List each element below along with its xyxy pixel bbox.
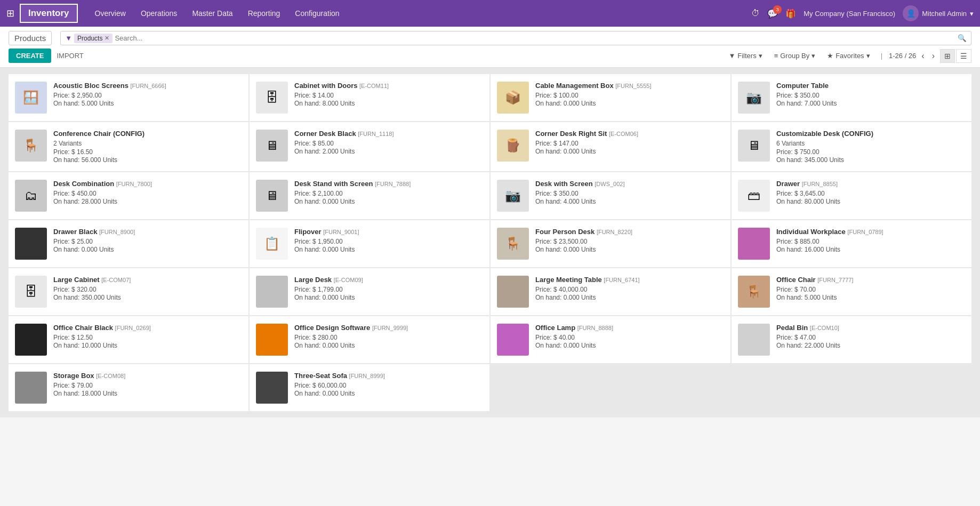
create-button[interactable]: CREATE (9, 49, 51, 63)
product-card[interactable]: Office Lamp [FURN_8888]Price: $ 40.00On … (491, 316, 730, 363)
product-name: Corner Desk Black [FURN_1118] (294, 130, 483, 139)
product-info: Large Desk [E-COM09]Price: $ 1,799.00On … (294, 276, 483, 308)
product-info: Storage Box [E-COM08]Price: $ 79.00On ha… (53, 372, 242, 404)
product-card[interactable]: 📷Desk with Screen [DWS_002]Price: $ 350.… (491, 172, 730, 219)
product-card[interactable]: 🗄Cabinet with Doors [E-COM11]Price: $ 14… (250, 74, 489, 121)
product-price: Price: $ 147.00 (535, 140, 724, 147)
controls-row2: CREATE IMPORT ▼ Filters ▾ ≡ Group By ▾ ★… (9, 49, 971, 67)
product-name: Large Cabinet [E-COM07] (53, 276, 242, 285)
product-card[interactable]: Office Design Software [FURN_9999]Price:… (250, 316, 489, 363)
product-card[interactable]: 🖥Corner Desk Black [FURN_1118]Price: $ 8… (250, 122, 489, 171)
clock-icon[interactable]: ⏱ (751, 9, 760, 18)
prev-page-button[interactable]: ‹ (919, 51, 926, 61)
product-card[interactable]: 🖥Desk Stand with Screen [FURN_7888]Price… (250, 172, 489, 219)
product-name: Conference Chair (CONFIG) (53, 130, 242, 139)
product-card[interactable]: Office Chair Black [FURN_0269]Price: $ 1… (9, 316, 248, 363)
product-name: Computer Table (776, 82, 965, 91)
product-info: Large Meeting Table [FURN_6741]Price: $ … (535, 276, 724, 308)
product-card[interactable]: 📦Cable Management Box [FURN_5555]Price: … (491, 74, 730, 121)
gift-icon[interactable]: 🎁 (785, 9, 796, 19)
product-thumbnail: 🖥 (256, 130, 288, 162)
group-by-button[interactable]: ≡ Group By ▾ (770, 50, 820, 62)
product-card[interactable]: 🪟Acoustic Bloc Screens [FURN_6666]Price:… (9, 74, 248, 121)
product-card[interactable]: 📋Flipover [FURN_9001]Price: $ 1,950.00On… (250, 220, 489, 267)
product-name: Customizable Desk (CONFIG) (776, 130, 965, 139)
product-card[interactable]: 🖥Customizable Desk (CONFIG)6 VariantsPri… (732, 122, 971, 171)
product-stock: On hand: 16.000 Units (776, 246, 965, 253)
favorites-label: Favorites (836, 52, 864, 60)
main-menu: Overview Operations Master Data Reportin… (89, 6, 752, 21)
product-stock: On hand: 80.000 Units (776, 198, 965, 205)
product-info: Large Cabinet [E-COM07]Price: $ 320.00On… (53, 276, 242, 308)
search-input[interactable] (113, 33, 958, 43)
product-thumbnail (497, 324, 529, 356)
company-selector[interactable]: My Company (San Francisco) (804, 10, 895, 18)
product-stock: On hand: 28.000 Units (53, 198, 242, 205)
product-card[interactable]: 🪑Conference Chair (CONFIG)2 VariantsPric… (9, 122, 248, 171)
product-info: Cable Management Box [FURN_5555]Price: $… (535, 82, 724, 114)
messages-icon-wrap[interactable]: 💬 3 (767, 9, 778, 19)
import-button[interactable]: IMPORT (51, 49, 89, 63)
product-variants: 6 Variants (776, 140, 965, 147)
product-thumbnail (256, 276, 288, 308)
product-card[interactable]: 🗄Large Cabinet [E-COM07]Price: $ 320.00O… (9, 268, 248, 315)
search-tag-products[interactable]: Products ✕ (74, 34, 113, 43)
search-submit-button[interactable]: 🔍 (958, 34, 967, 42)
filters-button[interactable]: ▼ Filters ▾ (724, 50, 766, 62)
product-name: Drawer [FURN_8855] (776, 180, 965, 189)
product-thumbnail: 🪵 (497, 130, 529, 162)
user-menu[interactable]: 👤 Mitchell Admin ▾ (903, 5, 974, 21)
product-stock: On hand: 5.000 Units (53, 100, 242, 107)
list-view-button[interactable]: ☰ (956, 49, 971, 63)
nav-overview[interactable]: Overview (89, 6, 132, 21)
product-card[interactable]: 🗃Drawer [FURN_8855]Price: $ 3,645.00On h… (732, 172, 971, 219)
product-card[interactable]: Pedal Bin [E-COM10]Price: $ 47.00On hand… (732, 316, 971, 363)
product-stock: On hand: 0.000 Units (294, 390, 483, 397)
nav-master-data[interactable]: Master Data (186, 6, 239, 21)
product-name: Desk Stand with Screen [FURN_7888] (294, 180, 483, 189)
product-thumbnail: 📷 (738, 82, 770, 114)
product-info: Desk Stand with Screen [FURN_7888]Price:… (294, 180, 483, 212)
product-price: Price: $ 750.00 (776, 148, 965, 156)
product-info: Flipover [FURN_9001]Price: $ 1,950.00On … (294, 228, 483, 260)
product-price: Price: $ 40.00 (535, 334, 724, 341)
product-card[interactable]: Storage Box [E-COM08]Price: $ 79.00On ha… (9, 364, 248, 411)
product-stock: On hand: 0.000 Units (294, 246, 483, 253)
product-price: Price: $ 47.00 (776, 334, 965, 341)
next-page-button[interactable]: › (930, 51, 937, 61)
nav-reporting[interactable]: Reporting (242, 6, 287, 21)
product-info: Office Chair [FURN_7777]Price: $ 70.00On… (776, 276, 965, 308)
favorites-button[interactable]: ★ Favorites ▾ (823, 50, 874, 62)
app-title[interactable]: Inventory (20, 4, 78, 23)
search-tag-remove[interactable]: ✕ (105, 35, 109, 42)
product-stock: On hand: 0.000 Units (294, 294, 483, 301)
star-icon: ★ (827, 52, 833, 60)
product-thumbnail: 📷 (497, 180, 529, 212)
product-info: Individual Workplace [FURN_0789]Price: $… (776, 228, 965, 260)
product-card[interactable]: 🗂Desk Combination [FURN_7800]Price: $ 45… (9, 172, 248, 219)
product-info: Corner Desk Black [FURN_1118]Price: $ 85… (294, 130, 483, 164)
product-thumbnail: 📋 (256, 228, 288, 260)
product-card[interactable]: 🪵Corner Desk Right Sit [E-COM06]Price: $… (491, 122, 730, 171)
nav-operations[interactable]: Operations (134, 6, 183, 21)
product-card[interactable]: 📷Computer TablePrice: $ 350.00On hand: 7… (732, 74, 971, 121)
nav-configuration[interactable]: Configuration (288, 6, 346, 21)
product-card[interactable]: 🪑Office Chair [FURN_7777]Price: $ 70.00O… (732, 268, 971, 315)
controls-area: Products ▼ Products ✕ 🔍 CREATE IMPORT ▼ … (0, 27, 980, 68)
product-card[interactable]: Large Meeting Table [FURN_6741]Price: $ … (491, 268, 730, 315)
top-navigation: ⊞ Inventory Overview Operations Master D… (0, 0, 980, 27)
product-name: Acoustic Bloc Screens [FURN_6666] (53, 82, 242, 91)
product-thumbnail (15, 324, 47, 356)
product-stock: On hand: 0.000 Units (294, 198, 483, 205)
product-card[interactable]: Individual Workplace [FURN_0789]Price: $… (732, 220, 971, 267)
product-card[interactable]: Three-Seat Sofa [FURN_8999]Price: $ 60,0… (250, 364, 489, 411)
product-price: Price: $ 12.50 (53, 334, 242, 341)
product-price: Price: $ 350.00 (776, 92, 965, 99)
product-thumbnail: 🗄 (256, 82, 288, 114)
product-price: Price: $ 40,000.00 (535, 286, 724, 293)
product-card[interactable]: 🪑Four Person Desk [FURN_8220]Price: $ 23… (491, 220, 730, 267)
kanban-view-button[interactable]: ⊞ (940, 49, 955, 63)
grid-menu-icon[interactable]: ⊞ (6, 7, 14, 19)
product-card[interactable]: Large Desk [E-COM09]Price: $ 1,799.00On … (250, 268, 489, 315)
product-card[interactable]: Drawer Black [FURN_8900]Price: $ 25.00On… (9, 220, 248, 267)
